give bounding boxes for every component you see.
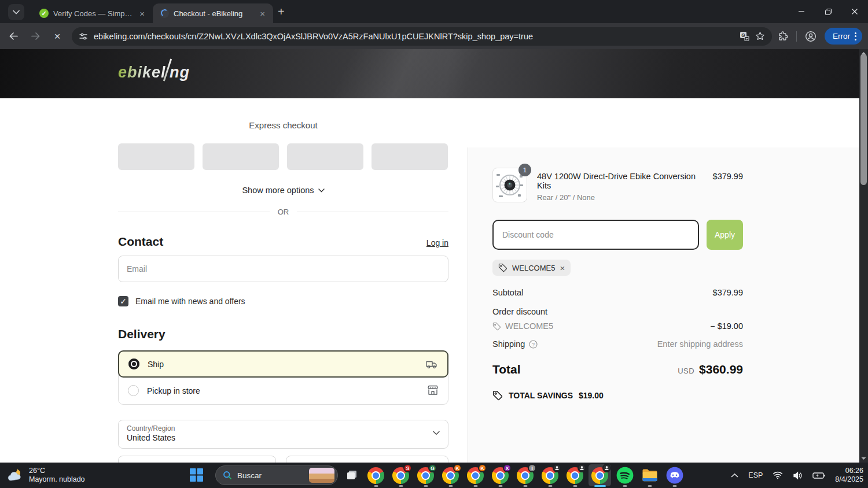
weather-icon bbox=[6, 467, 24, 484]
currency-code: USD bbox=[678, 367, 694, 375]
close-window-button[interactable] bbox=[841, 0, 868, 23]
new-tab-button[interactable]: + bbox=[278, 5, 285, 19]
svg-text:?: ? bbox=[532, 341, 535, 347]
express-buttons-loading bbox=[118, 143, 448, 170]
savings-label: TOTAL SAVINGS bbox=[509, 391, 573, 400]
tag-icon bbox=[498, 263, 507, 272]
remove-discount-icon[interactable]: × bbox=[560, 263, 565, 273]
running-indicator bbox=[594, 485, 606, 487]
delivery-option-pickup[interactable]: Pickup in store bbox=[119, 377, 448, 404]
tray-chevron-up-icon[interactable] bbox=[731, 473, 738, 478]
extensions-puzzle-icon[interactable] bbox=[778, 31, 788, 42]
show-more-options-link[interactable]: Show more options bbox=[118, 186, 448, 195]
delivery-option-ship[interactable]: Ship bbox=[118, 350, 448, 378]
search-highlight-image[interactable] bbox=[309, 468, 334, 483]
system-tray: ESP 06:26 8/4/2025 bbox=[731, 463, 863, 488]
email-field[interactable] bbox=[118, 256, 448, 282]
task-view-button[interactable] bbox=[346, 469, 358, 481]
express-button-skeleton[interactable] bbox=[203, 143, 279, 170]
windows-taskbar: 26°C Mayorm. nublado Buscar SGKKXI E bbox=[0, 463, 868, 488]
express-button-skeleton[interactable] bbox=[287, 143, 363, 170]
shipping-label: Shipping bbox=[492, 339, 525, 349]
weather-widget[interactable]: 26°C Mayorm. nublado bbox=[0, 467, 85, 484]
taskbar-app-chrome-K[interactable]: K bbox=[463, 463, 488, 488]
first-name-field[interactable] bbox=[118, 456, 276, 463]
taskbar-app-chrome-S[interactable]: S bbox=[388, 463, 413, 488]
profile-avatar-badge bbox=[553, 464, 561, 472]
clock-date: 8/4/2025 bbox=[835, 475, 863, 484]
tab-search-button[interactable] bbox=[8, 4, 24, 20]
logo-text-right: ng bbox=[170, 64, 190, 82]
language-indicator[interactable]: ESP bbox=[748, 471, 763, 479]
delivery-heading: Delivery bbox=[118, 327, 165, 341]
newsletter-label: Email me with news and offers bbox=[135, 297, 245, 306]
last-name-field[interactable] bbox=[286, 456, 448, 463]
running-indicator bbox=[623, 485, 627, 487]
taskbar-app-discord[interactable] bbox=[662, 463, 687, 488]
battery-charging-icon[interactable] bbox=[812, 472, 825, 479]
running-indicator bbox=[448, 485, 453, 487]
start-button[interactable] bbox=[189, 468, 204, 482]
taskbar-app-chrome-G[interactable]: G bbox=[413, 463, 438, 488]
url-text: ebikeling.com/checkouts/cn/Z2NwLXVzLXdlc… bbox=[94, 32, 734, 41]
tab-simplycodes[interactable]: ✓ Verify Codes — SimplyCodes × bbox=[32, 3, 153, 23]
minimize-button[interactable] bbox=[788, 0, 815, 23]
express-button-skeleton[interactable] bbox=[118, 143, 194, 170]
close-tab-icon[interactable]: × bbox=[258, 8, 267, 19]
taskbar-app-chrome-K[interactable]: K bbox=[438, 463, 463, 488]
taskbar-search[interactable]: Buscar bbox=[215, 465, 338, 485]
wifi-icon[interactable] bbox=[773, 471, 783, 479]
scrollbar-thumb[interactable] bbox=[860, 54, 867, 185]
newsletter-checkbox[interactable]: ✓ bbox=[118, 296, 128, 306]
show-more-label: Show more options bbox=[242, 186, 314, 195]
taskbar-app-chrome[interactable] bbox=[363, 463, 388, 488]
applied-discount-chip[interactable]: WELCOME5 × bbox=[492, 260, 571, 276]
profile-letter-badge: G bbox=[428, 464, 437, 472]
restore-button[interactable] bbox=[815, 0, 841, 23]
taskbar-app-chrome-X[interactable]: X bbox=[488, 463, 513, 488]
scroll-down-arrow[interactable] bbox=[859, 454, 868, 463]
profile-error-button[interactable]: Error bbox=[825, 28, 862, 45]
taskbar-app-chrome-avatar[interactable] bbox=[562, 463, 587, 488]
taskbar-apps: SGKKXI bbox=[363, 463, 687, 488]
menu-kebab-icon[interactable] bbox=[855, 32, 856, 40]
profile-avatar-icon[interactable] bbox=[805, 31, 816, 42]
taskbar-app-chrome-avatar[interactable] bbox=[538, 463, 562, 488]
taskbar-app-spotify[interactable] bbox=[612, 463, 637, 488]
forward-button[interactable] bbox=[27, 28, 44, 45]
chevron-down-icon bbox=[13, 10, 20, 14]
apply-discount-button[interactable]: Apply bbox=[707, 220, 743, 250]
profile-letter-badge: X bbox=[503, 464, 512, 472]
page-scrollbar[interactable] bbox=[859, 49, 868, 463]
chevron-down-icon bbox=[318, 188, 325, 193]
volume-icon[interactable] bbox=[793, 471, 803, 480]
discount-code-input[interactable] bbox=[492, 220, 699, 250]
express-button-skeleton[interactable] bbox=[372, 143, 448, 170]
total-amount: $360.99 bbox=[699, 363, 743, 376]
close-tab-icon[interactable]: × bbox=[137, 8, 147, 19]
taskbar-app-chrome-I[interactable]: I bbox=[513, 463, 538, 488]
translate-icon[interactable]: G bbox=[740, 31, 749, 41]
address-bar[interactable]: ebikeling.com/checkouts/cn/Z2NwLXVzLXdlc… bbox=[72, 27, 772, 46]
toolbar-right-cluster: Error bbox=[778, 28, 868, 45]
truck-icon bbox=[425, 359, 438, 369]
back-button[interactable] bbox=[5, 28, 22, 45]
ebikeling-favicon bbox=[160, 9, 169, 18]
clock-widget[interactable]: 06:26 8/4/2025 bbox=[835, 467, 863, 484]
windows-logo-icon bbox=[189, 468, 204, 482]
bookmark-star-icon[interactable] bbox=[755, 31, 765, 41]
country-region-select[interactable]: Country/Region United States bbox=[118, 420, 448, 449]
taskbar-app-chrome-avatar[interactable] bbox=[587, 463, 612, 488]
ebikeling-logo[interactable]: ebikel ng bbox=[118, 63, 190, 82]
stop-loading-button[interactable]: × bbox=[49, 28, 66, 45]
site-controls-icon[interactable] bbox=[79, 32, 88, 41]
contact-heading: Contact bbox=[118, 235, 163, 249]
taskbar-app-folder[interactable] bbox=[637, 463, 662, 488]
profile-letter-badge: K bbox=[453, 464, 462, 472]
help-circle-icon[interactable]: ? bbox=[529, 340, 538, 349]
store-icon bbox=[427, 385, 439, 396]
login-link[interactable]: Log in bbox=[426, 238, 448, 247]
product-variant: Rear / 20" / None bbox=[537, 193, 703, 202]
tab-checkout-ebikeling[interactable]: Checkout - eBikeling × bbox=[153, 3, 273, 23]
product-thumbnail: 1 bbox=[492, 168, 527, 202]
